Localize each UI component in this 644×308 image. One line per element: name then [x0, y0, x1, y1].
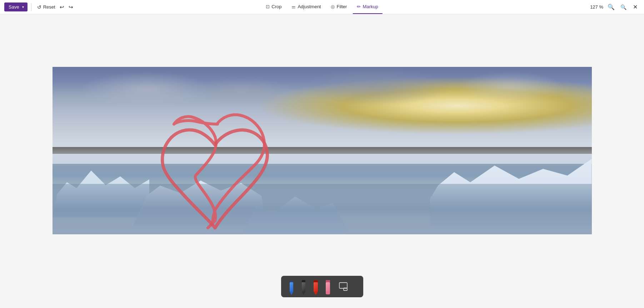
tab-crop[interactable]: ⊡ Crop	[261, 0, 286, 14]
close-button[interactable]: ✕	[631, 3, 640, 11]
zoom-out-button[interactable]: 🔍	[619, 4, 628, 11]
water-reflection	[53, 184, 592, 234]
pink-highlighter-tool[interactable]	[323, 279, 333, 294]
markup-icon: ✏	[357, 4, 361, 9]
tab-markup[interactable]: ✏ Markup	[353, 0, 382, 14]
tab-markup-label: Markup	[363, 4, 378, 9]
reset-button[interactable]: ↺ Reset	[35, 3, 58, 11]
reset-icon: ↺	[37, 4, 41, 10]
drawing-toolbar	[281, 276, 363, 297]
filter-icon: ◎	[331, 4, 335, 9]
photo-scene	[53, 67, 592, 234]
toolbar-right: 127 % 🔍 🔍 ✕	[590, 3, 640, 11]
zoom-in-button[interactable]: 🔍	[606, 3, 616, 11]
tab-crop-label: Crop	[271, 4, 281, 9]
reset-label: Reset	[43, 4, 55, 10]
dark-pen-tool[interactable]	[299, 279, 308, 294]
zoom-level: 127 %	[590, 4, 603, 10]
pink-body	[326, 282, 330, 292]
blue-pen-tool[interactable]	[287, 279, 296, 294]
red-marker-body	[314, 282, 318, 292]
ice-ridge	[53, 147, 592, 154]
cloud-3	[295, 67, 457, 107]
cloud-2	[187, 77, 295, 107]
cloud-4	[457, 72, 565, 102]
image-container	[53, 67, 592, 234]
main-canvas	[0, 14, 644, 308]
save-chevron-icon: ▾	[22, 5, 24, 9]
select-tool-icon	[338, 281, 349, 292]
dark-pen-shape	[301, 280, 306, 293]
red-marker-tip	[314, 292, 318, 295]
main-toolbar: Save ▾ ↺ Reset ↩ ↪ ⊡ Crop ⚌ Adjustment ◎…	[0, 0, 644, 14]
svg-rect-0	[339, 283, 347, 288]
tab-filter[interactable]: ◎ Filter	[326, 0, 351, 14]
undo-button[interactable]: ↩	[58, 3, 66, 12]
redo-button[interactable]: ↪	[66, 3, 75, 12]
pink-tip	[326, 292, 330, 294]
select-tool-button[interactable]	[335, 279, 351, 294]
blue-pen-shape	[289, 280, 294, 293]
adjustment-icon: ⚌	[291, 4, 296, 9]
toolbar-divider	[31, 3, 31, 11]
photo-background	[53, 67, 592, 234]
tab-filter-label: Filter	[336, 4, 347, 9]
red-marker-shape	[313, 280, 318, 293]
crop-icon: ⊡	[266, 4, 270, 9]
tab-adjustment-label: Adjustment	[298, 4, 321, 9]
save-label: Save	[9, 4, 19, 10]
dark-pen-body	[302, 282, 305, 292]
tab-adjustment[interactable]: ⚌ Adjustment	[287, 0, 325, 14]
dark-pen-tip	[302, 292, 305, 295]
pink-highlighter-shape	[325, 280, 330, 293]
save-button[interactable]: Save ▾	[4, 3, 28, 11]
tab-bar: ⊡ Crop ⚌ Adjustment ◎ Filter ✏ Markup	[261, 0, 382, 14]
red-marker-tool[interactable]	[311, 279, 320, 294]
blue-pen-body	[290, 282, 293, 292]
blue-pen-tip	[290, 292, 293, 295]
